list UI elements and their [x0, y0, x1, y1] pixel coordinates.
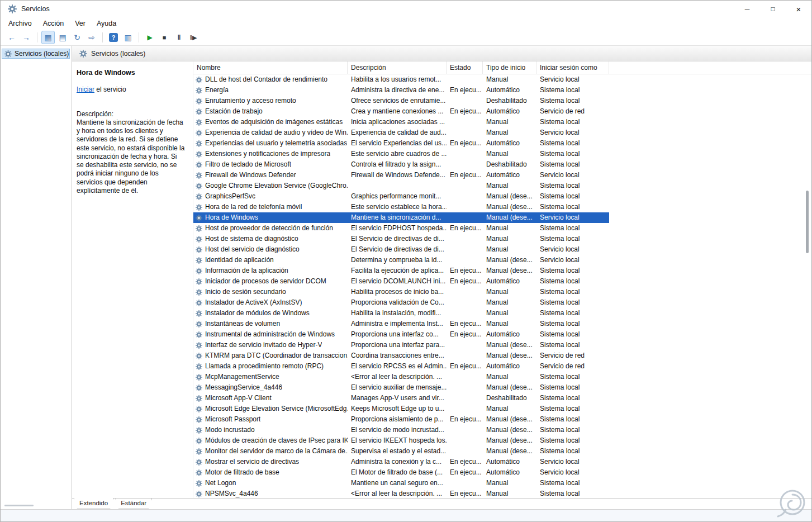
column-header-label: Descripción [351, 64, 386, 72]
column-header-iniciar-sesion-como[interactable]: Iniciar sesión como [536, 61, 609, 74]
scrollbar-thumb[interactable] [806, 191, 809, 253]
view-tabs: Extendido Estándar [72, 498, 811, 509]
table-row[interactable]: Host de proveedor de detección de funció… [193, 223, 609, 234]
table-row[interactable]: Estación de trabajo Crea y mantiene cone… [193, 106, 609, 117]
menu-accion[interactable]: Acción [37, 18, 70, 29]
start-service-link[interactable]: Iniciar [77, 86, 94, 93]
cell-logon-as: Servicio local [536, 212, 609, 223]
cell-description: El servicio auxiliar de mensaje... [348, 382, 447, 393]
restart-service-button[interactable]: ‖▶ [187, 31, 200, 44]
service-gear-icon [196, 480, 202, 487]
cell-status: En ejecu... [447, 467, 483, 478]
cell-logon-as: Servicio de red [536, 106, 609, 117]
cell-startup-type: Manual [483, 117, 536, 127]
table-row[interactable]: Microsoft Edge Elevation Service (Micros… [193, 404, 609, 414]
stop-service-button[interactable]: ■ [158, 31, 171, 44]
extended-view-button[interactable]: ▥ [121, 31, 135, 44]
table-row[interactable]: Experiencia de calidad de audio y vídeo … [193, 127, 609, 138]
minimize-button[interactable]: ─ [734, 1, 760, 17]
table-row[interactable]: Instantáneas de volumen Administra e imp… [193, 319, 609, 329]
forward-button[interactable]: → [20, 31, 33, 44]
table-row[interactable]: Hora de Windows Mantiene la sincronizaci… [193, 212, 609, 223]
table-row[interactable]: Interfaz de servicio invitado de Hyper-V… [193, 340, 609, 350]
cell-description: Habilita a los usuarios remot... [348, 74, 447, 85]
cell-startup-type: Manual (dese... [483, 350, 536, 361]
table-row[interactable]: Energía Administra la directiva de ene..… [193, 85, 609, 96]
table-row[interactable]: GraphicsPerfSvc Graphics performance mon… [193, 191, 609, 202]
cell-name-text: Experiencia de calidad de audio y vídeo … [205, 127, 348, 138]
tree-horizontal-scrollbar[interactable] [4, 505, 34, 506]
cell-name: Microsoft Passport [193, 414, 348, 425]
back-button[interactable]: ← [5, 31, 18, 44]
table-row[interactable]: Host del servicio de diagnóstico El Serv… [193, 244, 609, 255]
cell-logon-as: Sistema local [536, 191, 609, 202]
cell-status [447, 127, 483, 138]
column-header-descripcion[interactable]: Descripción [348, 61, 447, 74]
service-gear-icon [196, 353, 202, 359]
help-button[interactable]: ? [107, 31, 120, 44]
tab-extendido[interactable]: Extendido [74, 498, 113, 509]
table-row[interactable]: DLL de host del Contador de rendimiento … [193, 74, 609, 85]
tab-estandar[interactable]: Estándar [115, 499, 152, 509]
table-row[interactable]: Información de la aplicación Facilita la… [193, 265, 609, 276]
table-row[interactable]: Iniciador de procesos de servidor DCOM E… [193, 276, 609, 287]
column-header-label: Estado [450, 64, 471, 72]
table-row[interactable]: Enrutamiento y acceso remoto Ofrece serv… [193, 96, 609, 106]
tree-item-services-local[interactable]: Servicios (locales) [2, 49, 70, 59]
table-row[interactable]: Módulos de creación de claves de IPsec p… [193, 435, 609, 446]
column-header-nombre[interactable]: Nombre ˆ [193, 61, 348, 74]
table-row[interactable]: Filtro de teclado de Microsoft Controla … [193, 159, 609, 170]
cell-startup-type: Automático [483, 457, 536, 467]
service-gear-icon [196, 406, 202, 412]
new-window-button[interactable]: ▤ [56, 31, 69, 44]
list-vertical-scrollbar[interactable] [805, 74, 810, 498]
service-gear-icon [196, 385, 202, 391]
show-console-tree-button[interactable]: ▦ [41, 31, 55, 44]
export-list-button[interactable]: ⇨ [85, 31, 98, 44]
table-row[interactable]: Monitor del servidor de marco de la Cáma… [193, 446, 609, 457]
column-header-estado[interactable]: Estado [447, 61, 483, 74]
cell-status: En ejecu... [447, 361, 483, 372]
close-button[interactable]: × [786, 1, 811, 17]
table-row[interactable]: Instrumental de administración de Window… [193, 329, 609, 340]
service-gear-icon [196, 438, 202, 444]
table-row[interactable]: Microsoft Passport Proporciona aislamien… [193, 414, 609, 425]
cell-logon-as: Servicio de red [536, 361, 609, 372]
table-row[interactable]: Mostrar el servicio de directivas Admini… [193, 457, 609, 467]
table-row[interactable]: Net Logon Mantiene un canal seguro en...… [193, 478, 609, 488]
table-row[interactable]: MessagingService_4a446 El servicio auxil… [193, 382, 609, 393]
refresh-button[interactable]: ↻ [70, 31, 84, 44]
cell-name-text: Estación de trabajo [205, 106, 263, 117]
cell-name-text: GraphicsPerfSvc [205, 191, 255, 202]
table-row[interactable]: Modo incrustado El servicio de modo incr… [193, 425, 609, 435]
menu-ayuda[interactable]: Ayuda [91, 18, 122, 29]
start-service-button[interactable]: ▶ [143, 31, 156, 44]
table-row[interactable]: Eventos de adquisición de imágenes estát… [193, 117, 609, 127]
table-row[interactable]: Microsoft App-V Client Manages App-V use… [193, 393, 609, 404]
maximize-button[interactable]: □ [760, 1, 786, 17]
table-row[interactable]: NPSMSvc_4a446 <Error al leer la descripc… [193, 488, 609, 498]
table-row[interactable]: Host de sistema de diagnóstico El Servic… [193, 234, 609, 244]
menu-archivo[interactable]: Archivo [3, 18, 37, 29]
table-row[interactable]: Motor de filtrado de base El Motor de fi… [193, 467, 609, 478]
table-row[interactable]: Inicio de sesión secundario Habilita pro… [193, 287, 609, 297]
table-row[interactable]: Instalador de módulos de Windows Habilit… [193, 308, 609, 319]
table-row[interactable]: Google Chrome Elevation Service (GoogleC… [193, 181, 609, 191]
table-row[interactable]: McpManagementService <Error al leer la d… [193, 372, 609, 382]
table-row[interactable]: Identidad de aplicación Determina y comp… [193, 255, 609, 265]
table-row[interactable]: Instalador de ActiveX (AxInstSV) Proporc… [193, 297, 609, 308]
pause-service-button[interactable]: ‖ [172, 31, 186, 44]
table-row[interactable]: Hora de la red de telefonía móvil Este s… [193, 202, 609, 212]
table-row[interactable]: KTMRM para DTC (Coordinador de transacci… [193, 350, 609, 361]
table-row[interactable]: Firewall de Windows Defender Firewall de… [193, 170, 609, 181]
service-gear-icon [196, 130, 202, 136]
column-header-tipo-de-inicio[interactable]: Tipo de inicio [483, 61, 536, 74]
cell-logon-as: Sistema local [536, 488, 609, 498]
menu-ver[interactable]: Ver [69, 18, 91, 29]
table-row[interactable]: Experiencias del usuario y telemetría as… [193, 138, 609, 149]
table-row[interactable]: Llamada a procedimiento remoto (RPC) El … [193, 361, 609, 372]
service-gear-icon [196, 225, 202, 232]
cell-status [447, 382, 483, 393]
cell-status [447, 96, 483, 106]
table-row[interactable]: Extensiones y notificaciones de impresor… [193, 149, 609, 159]
